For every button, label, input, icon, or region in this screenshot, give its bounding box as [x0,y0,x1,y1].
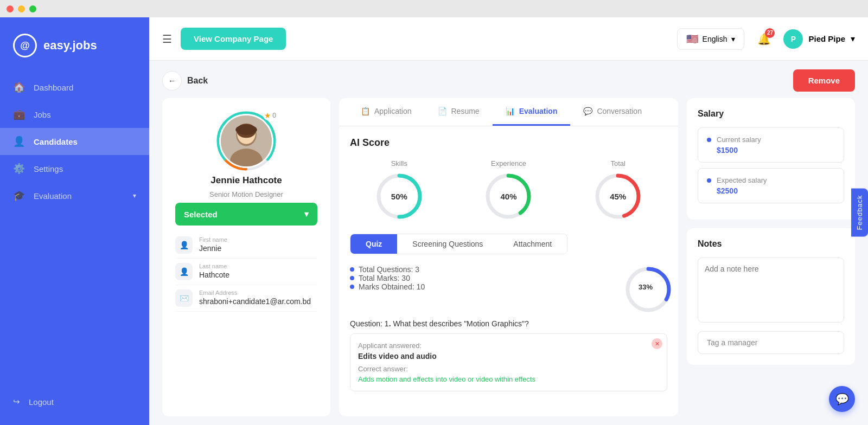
salary-title: Salary [698,109,844,119]
tab-evaluation[interactable]: 📊 Evaluation [493,98,571,126]
expected-salary-label: Expected salary [717,176,767,184]
language-label: English [703,35,727,43]
chevron-down-icon: ▾ [133,192,136,199]
sidebar-logo: @ easy.jobs [0,28,149,74]
logout-button[interactable]: ↪ Logout [0,389,149,414]
logout-label: Logout [29,397,54,407]
email-label: Email Address [199,289,317,296]
back-bar: ← Back Remove [162,69,855,92]
sidebar-item-evaluation[interactable]: 🎓 Evaluation ▾ [0,182,149,209]
sidebar-item-candidates[interactable]: 👤 Candidates [0,128,149,155]
total-marks-label: Total Marks: 30 [359,274,410,282]
candidate-name: Jennie Hathcote [210,175,282,186]
quiz-stat-marks: Total Marks: 30 [350,274,613,282]
sidebar-item-dashboard[interactable]: 🏠 Dashboard [0,74,149,101]
sub-tab-screening[interactable]: Screening Questions [397,234,498,254]
last-name-field: 👤 Last name Hathcote [175,259,317,285]
language-selector[interactable]: 🇺🇸 English ▾ [677,28,745,50]
last-name-label: Last name [199,263,317,269]
tab-conversation[interactable]: 💬 Conversation [570,98,655,126]
evaluation-tab-icon: 📊 [506,107,515,115]
expected-salary-value: $2500 [717,186,767,195]
jobs-icon: 💼 [13,108,25,120]
back-button[interactable]: ← Back [162,71,208,91]
application-tab-icon: 📋 [361,107,370,115]
skills-label: Skills [391,159,407,168]
email-value: shraboni+candidate1@ar.com.bd [199,297,317,306]
tab-evaluation-label: Evaluation [519,107,558,115]
main-tabs-row: 📋 Application 📄 Resume 📊 Evaluation [339,98,678,126]
candidate-title: Senior Motion Designer [209,190,283,198]
company-selector[interactable]: P Pied Pipe ▾ [783,29,855,49]
quiz-stat-obtained: Marks Obtained: 10 [350,282,613,291]
last-name-value: Hathcote [199,271,317,279]
maximize-btn[interactable] [29,5,36,12]
total-label: Total [610,159,625,168]
sub-tab-quiz[interactable]: Quiz [350,234,397,254]
notes-title: Notes [698,239,844,249]
notifications-button[interactable]: 🔔 27 [753,28,775,50]
sidebar-item-label: Candidates [34,137,78,146]
question-title: Question: 1. What best describes "Motion… [350,319,667,328]
app-container: @ easy.jobs 🏠 Dashboard 💼 Jobs 👤 Candida… [0,17,868,425]
status-dropdown[interactable]: Selected ▾ [175,203,317,226]
sidebar-item-label: Settings [34,164,63,173]
sidebar-item-label: Evaluation [34,191,72,201]
sub-tab-attachment[interactable]: Attachment [498,234,567,254]
hamburger-icon[interactable]: ☰ [162,33,172,46]
back-arrow-icon[interactable]: ← [162,71,182,91]
main-panel: 📋 Application 📄 Resume 📊 Evaluation [339,98,678,416]
minimize-btn[interactable] [18,5,25,12]
tag-manager-button[interactable]: Tag a manager [698,331,844,354]
chevron-down-icon: ▾ [851,34,855,44]
first-name-field: 👤 First name Jennie [175,232,317,259]
close-icon[interactable]: ✕ [652,338,662,349]
bullet-icon [350,276,354,280]
quiz-tab-label: Quiz [366,240,382,248]
tab-resume[interactable]: 📄 Resume [425,98,493,126]
company-name: Pied Pipe [808,34,845,43]
experience-value: 40% [500,192,516,201]
correct-answer-label: Correct answer: [358,365,659,373]
notes-textarea[interactable] [698,257,844,323]
view-company-button[interactable]: View Company Page [181,28,286,50]
chat-icon: 💬 [835,392,849,405]
salary-dot-icon [707,178,711,183]
quiz-stat-questions: Total Questions: 3 [350,265,613,274]
total-value: 45% [610,192,626,201]
marks-obtained-label: Marks Obtained: 10 [359,282,425,291]
sidebar-item-settings[interactable]: ⚙️ Settings [0,155,149,182]
applicant-answer-label: Applicant answered: [358,342,659,350]
remove-button[interactable]: Remove [793,69,855,92]
chevron-down-icon: ▾ [731,35,735,43]
panel-body: AI Score Skills 50% [339,126,678,416]
skills-score: Skills 50% [350,159,449,221]
conversation-tab-icon: 💬 [583,107,592,115]
dashboard-icon: 🏠 [13,81,25,93]
email-icon: ✉️ [175,289,193,307]
evaluation-icon: 🎓 [13,190,25,202]
tab-resume-label: Resume [451,107,480,115]
close-btn[interactable] [7,5,14,12]
feedback-tab[interactable]: Feedback [851,188,868,236]
company-avatar: P [783,29,803,49]
score-grid: Skills 50% [350,159,667,221]
total-questions-label: Total Questions: 3 [359,265,419,274]
person-icon: 👤 [175,263,193,280]
applicant-answer-value: Edits video and audio [358,352,659,360]
logout-icon: ↪ [13,397,20,407]
chat-bubble[interactable]: 💬 [829,386,855,412]
sidebar-item-label: Dashboard [34,83,73,92]
expected-salary-item: Expected salary $2500 [698,168,844,203]
total-donut: 45% [593,172,642,221]
question-section: Question: 1. What best describes "Motion… [350,319,667,391]
quiz-content: Total Questions: 3 Total Marks: 30 Marks… [350,265,667,308]
answer-box: ✕ Applicant answered: Edits video and au… [350,333,667,391]
experience-score: Experience 40% [459,159,558,221]
tab-application[interactable]: 📋 Application [348,98,425,126]
first-name-label: First name [199,236,317,243]
sidebar-item-label: Jobs [34,110,51,119]
sidebar-nav: 🏠 Dashboard 💼 Jobs 👤 Candidates ⚙️ Setti… [0,74,149,389]
sidebar-item-jobs[interactable]: 💼 Jobs [0,101,149,128]
sub-tabs: Quiz Screening Questions Attachment [350,234,567,254]
